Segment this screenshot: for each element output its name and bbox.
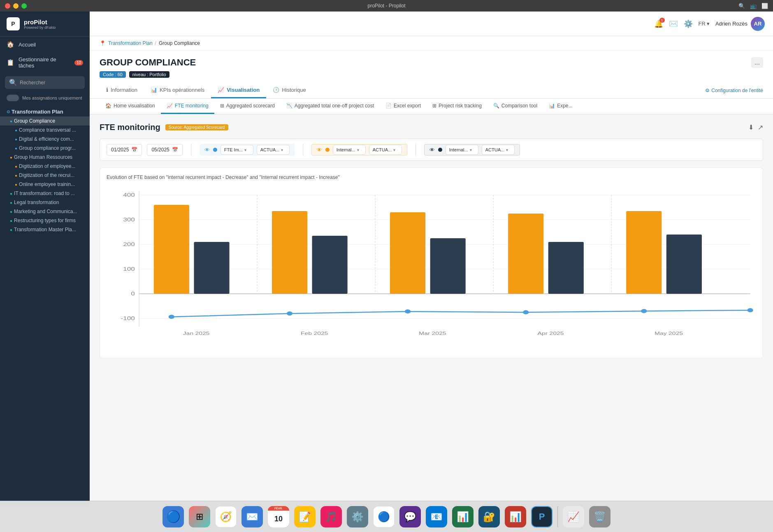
date-from-group: 01/2025 📅	[107, 144, 142, 156]
sidebar-item-restructuring[interactable]: ● Restructuring types for firms	[0, 216, 90, 225]
sidebar: P proPilot Powered by dFakto 🏠 Accueil 📋…	[0, 12, 90, 501]
dock-item-music[interactable]: 🎵	[319, 505, 344, 528]
filter-select-fte-type[interactable]: FTE Im... ▾	[221, 145, 253, 155]
sidebar-item-group-compliance-prog[interactable]: ● Group compliance progr...	[0, 144, 90, 153]
tab-historique[interactable]: 🕒 Historique	[266, 83, 313, 98]
dock-item-teams[interactable]: 💬	[398, 505, 422, 528]
tab-label: Historique	[282, 87, 306, 93]
maximize-button[interactable]	[21, 3, 27, 9]
viz-tab-expe[interactable]: 📊 Expe...	[543, 99, 578, 114]
filter-select-internal-actual[interactable]: ACTUA... ▾	[369, 145, 402, 155]
dock-item-trash[interactable]: 🗑️	[587, 505, 612, 528]
dock-item-propilot[interactable]: P	[529, 505, 554, 528]
user-info[interactable]: Adrien Rozès AR	[715, 17, 765, 31]
dock-item-system-prefs[interactable]: ⚙️	[345, 505, 370, 528]
dock-item-launchpad[interactable]: ⊞	[187, 505, 212, 528]
hist-icon: 🕒	[273, 87, 279, 93]
viz-tab-label: Aggregated scorecard	[226, 103, 275, 109]
dock-item-finder[interactable]: 🔵	[161, 505, 186, 528]
sidebar-item-digitization-employee[interactable]: ● Digitization of employee...	[0, 162, 90, 171]
svg-rect-18	[154, 205, 189, 294]
settings-button[interactable]: ⚙️	[684, 19, 693, 28]
viz-tab-risk[interactable]: ⊞ Project risk tracking	[427, 99, 487, 114]
tree-dot-icon: ●	[10, 218, 12, 223]
svg-rect-23	[430, 238, 466, 294]
tree-dot-icon: ●	[15, 164, 17, 169]
sidebar-item-digital-efficiency[interactable]: ● Digital & efficiency com...	[0, 135, 90, 144]
tab-kpis[interactable]: 📊 KPIs opérationnels	[144, 83, 211, 98]
viz-tab-home[interactable]: 🏠 Home visualisation	[100, 99, 161, 114]
filter-select-fte-actual[interactable]: ACTUA... ▾	[257, 145, 290, 155]
sidebar-item-group-human[interactable]: ● Group Human Ressources	[0, 153, 90, 162]
sidebar-item-compliance-transversal[interactable]: ● Compliance transversal ...	[0, 125, 90, 135]
content-header: GROUP COMPLIANCE Code : 60 niveau : Port…	[90, 51, 773, 99]
my-assign-toggle[interactable]: Mes assignations uniquement	[0, 92, 90, 105]
tab-label: KPIs opérationnels	[160, 87, 204, 93]
dock-item-safari[interactable]: 🧭	[214, 505, 238, 528]
filter-select-navy-actual[interactable]: ACTUA... ▾	[482, 145, 515, 155]
calendar-month: FÉVR.	[268, 506, 289, 511]
filter-select-label: ACTUA...	[373, 147, 392, 152]
sidebar-item-marketing[interactable]: ● Marketing and Communica...	[0, 207, 90, 216]
breadcrumb-parent[interactable]: Transformation Plan	[108, 40, 153, 46]
sidebar-item-it-transformation[interactable]: ● IT transformation: road to ...	[0, 189, 90, 198]
sidebar-item-accueil[interactable]: 🏠 Accueil	[0, 37, 90, 52]
date-to-input[interactable]: 05/2025 📅	[147, 144, 182, 156]
dock-item-excel[interactable]: 📊	[450, 505, 475, 528]
share-icon[interactable]: ↗	[758, 123, 763, 131]
eye-icon-1[interactable]: 👁	[204, 147, 210, 153]
tab-visualisation[interactable]: 📈 Visualisation	[211, 83, 266, 98]
tree-label: Marketing and Communica...	[14, 209, 77, 214]
close-button[interactable]	[5, 3, 10, 9]
dock-item-mail[interactable]: ✉️	[240, 505, 265, 528]
dock-item-powerpoint[interactable]: 📊	[503, 505, 528, 528]
filter-select-internal-type[interactable]: Internal... ▾	[333, 145, 366, 155]
keepass-dock-icon: 🔐	[478, 506, 500, 527]
filter-select-navy-type[interactable]: Internal... ▾	[446, 145, 478, 155]
section-actions: ⬇ ↗	[748, 123, 763, 131]
sidebar-item-tasks[interactable]: 📋 Gestionnaire de tâches 10	[0, 52, 90, 73]
search-box[interactable]: 🔍	[5, 76, 85, 89]
eye-icon-2[interactable]: 👁	[317, 147, 322, 153]
music-dock-icon: 🎵	[320, 506, 342, 527]
sidebar-item-group-compliance[interactable]: ● Group Compliance	[0, 116, 90, 125]
dock-item-chrome[interactable]: 🔵	[371, 505, 396, 528]
eye-icon-3[interactable]: 👁	[429, 147, 435, 153]
dock-item-calendar[interactable]: FÉVR. 10	[266, 505, 291, 528]
notification-button[interactable]: 🔔 1	[654, 19, 663, 28]
sidebar-item-transformation-master[interactable]: ● Transformation Master Pla...	[0, 225, 90, 234]
download-icon[interactable]: ⬇	[748, 123, 754, 131]
user-name: Adrien Rozès	[715, 21, 747, 27]
chevron-down-icon: ▾	[281, 148, 283, 152]
viz-tab-scorecard[interactable]: ⊞ Aggregated scorecard	[214, 99, 281, 114]
dock-separator	[557, 506, 558, 527]
sidebar-item-legal-transformation[interactable]: ● Legal transformation	[0, 198, 90, 207]
sidebar-item-transformation-plan[interactable]: ⊙ Transformation Plan	[0, 107, 90, 116]
tab-information[interactable]: ℹ Information	[100, 83, 144, 98]
chevron-down-icon: ▾	[506, 148, 508, 152]
minimize-button[interactable]	[13, 3, 19, 9]
viz-tab-label: Aggregated total one-off project cost	[295, 103, 374, 109]
language-selector[interactable]: FR ▾	[699, 21, 710, 27]
sidebar-item-online-employee[interactable]: ● Online employee trainin...	[0, 180, 90, 189]
mail-button[interactable]: ✉️	[669, 19, 678, 28]
config-tab[interactable]: ⚙ Configuration de l'entité	[705, 88, 763, 93]
date-from-input[interactable]: 01/2025 📅	[107, 144, 142, 156]
sidebar-item-digitization-recrui[interactable]: ● Digitization of the recrui...	[0, 171, 90, 180]
viz-tab-aggregated-total[interactable]: 📉 Aggregated total one-off project cost	[281, 99, 380, 114]
viz-tab-comparison[interactable]: 🔍 Comparison tool	[487, 99, 543, 114]
dock-item-notes[interactable]: 📝	[292, 505, 317, 528]
dock-item-keepass[interactable]: 🔐	[477, 505, 501, 528]
tree-dot-icon: ●	[10, 209, 12, 214]
search-input[interactable]	[20, 80, 81, 86]
more-options-button[interactable]: ...	[751, 57, 763, 68]
dock-item-outlook[interactable]: 📧	[424, 505, 449, 528]
viz-tab-label: FTE monitoring	[175, 103, 209, 109]
tree-label: Digitization of employee...	[19, 163, 75, 169]
sysprefs-dock-icon: ⚙️	[347, 506, 368, 527]
window-buttons[interactable]	[5, 3, 27, 9]
dock-item-chart[interactable]: 📈	[561, 505, 586, 528]
viz-tab-excel[interactable]: 📄 Excel export	[380, 99, 427, 114]
viz-tab-fte[interactable]: 📈 FTE monitoring	[161, 99, 214, 114]
sidebar-logo[interactable]: P proPilot Powered by dFakto	[0, 12, 90, 37]
